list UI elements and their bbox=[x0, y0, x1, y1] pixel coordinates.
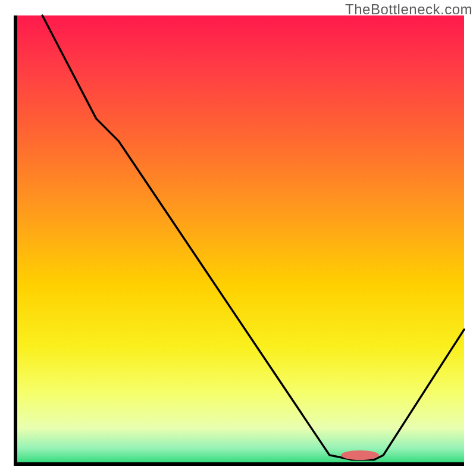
optimum-marker bbox=[341, 450, 379, 460]
bottleneck-chart bbox=[0, 0, 476, 476]
watermark-text: TheBottleneck.com bbox=[345, 1, 472, 18]
heat-background bbox=[15, 15, 464, 464]
